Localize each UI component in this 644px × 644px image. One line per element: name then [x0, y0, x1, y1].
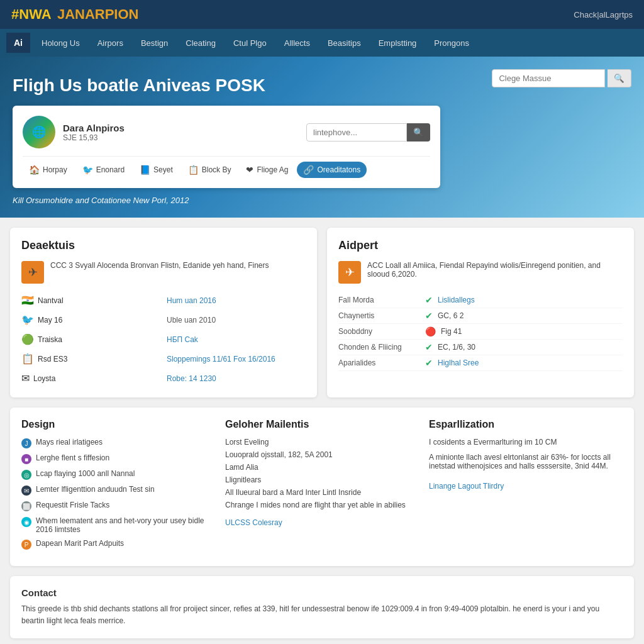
design-item-0: J Mays rieal irlatigees — [21, 438, 215, 448]
mail-icon: ✉ — [21, 372, 30, 384]
design-item-6: P Dapean Marit Part Adpuits — [21, 539, 215, 550]
check-icon-4: ✔ — [425, 358, 433, 368]
check-button[interactable]: Chack|alLagrtps — [574, 10, 633, 19]
tab-enonard[interactable]: 🐦 Enonard — [76, 162, 131, 178]
may16-label: May 16 — [38, 316, 62, 325]
nantval-link[interactable]: Hum uan 2016 — [167, 296, 216, 305]
airport-row-4: Aparialides ✔ Higlhal Sree — [338, 355, 623, 371]
airport-label-2: Soobddny — [338, 327, 420, 336]
bullet-6: P — [21, 540, 31, 550]
airport-val-1: GC, 6 2 — [438, 311, 464, 320]
profile-search-button[interactable]: 🔍 — [407, 123, 430, 142]
rsd-label: Rsd ES3 — [38, 355, 67, 364]
nav-ai-button[interactable]: Ai — [6, 33, 30, 53]
info-val-may16: Uble uan 2010 — [167, 312, 306, 328]
tab-flioge-ag[interactable]: ❤ Flioge Ag — [240, 162, 294, 178]
design-item-4: ⬜ Requestit Frisle Tacks — [21, 501, 215, 511]
design-item-1-text: Lerghe flent s fiffesion — [36, 453, 109, 462]
departures-icon: ✈ — [21, 261, 44, 284]
design-item-3-text: Lemter lfligenttion anduudn Test sin — [36, 485, 155, 494]
info-val-rsd: Sloppemings 11/61 Fox 16/2016 — [167, 351, 306, 367]
check-icon-3: ✔ — [425, 342, 433, 352]
airport-label-4: Aparialides — [338, 358, 420, 367]
tab-horpay[interactable]: 🏠 Horpay — [23, 162, 74, 178]
nav-item-holong[interactable]: Holong Us — [33, 29, 89, 57]
tab-block-by[interactable]: 📋 Block By — [182, 162, 238, 178]
profile-card: 🌐 Dara Alnpiros SJE 15,93 🔍 🏠 Horpay 🐦 E… — [13, 106, 440, 188]
tab-oreaditatons-label: Oreaditatons — [317, 165, 360, 174]
esparllization-section: Esparllization I cosidents a Evermarltur… — [429, 419, 623, 555]
esparllization-link[interactable]: Linange Lagout Tlirdry — [429, 482, 504, 491]
tab-block-by-label: Block By — [202, 165, 231, 174]
traiska-label: Traiska — [38, 335, 62, 344]
geloher-title: Geloher Mailentis — [225, 419, 419, 430]
loysta-link[interactable]: Robe: 14 1230 — [167, 374, 216, 383]
airport-row-0: Fall Morda ✔ Lislidallegs — [338, 292, 623, 308]
design-item-6-text: Dapean Marit Part Adpuits — [36, 539, 124, 548]
nav-item-emplstting[interactable]: Emplstting — [370, 29, 426, 57]
nav-item-airpors[interactable]: Airpors — [89, 29, 132, 57]
esparllization-title: Esparllization — [429, 419, 623, 430]
nav-item-prongons[interactable]: Prongons — [425, 29, 478, 57]
top-header: #NWA JANARPION Chack|alLagrtps — [0, 0, 644, 29]
profile-tabs: 🏠 Horpay 🐦 Enonard 📘 Seyet 📋 Block By ❤ … — [23, 156, 430, 178]
design-item-5: ◉ Whem leematent ans and het-vory your u… — [21, 516, 215, 534]
hero-search-area: 🔍 — [492, 69, 631, 87]
heart-icon: ❤ — [246, 165, 253, 175]
airport-rows: Fall Morda ✔ Lislidallegs Chaynertis ✔ G… — [338, 292, 623, 371]
hero-search-input[interactable] — [492, 69, 605, 87]
info-row-loysta: ✉ Loysta — [21, 370, 160, 386]
design-title: Design — [21, 419, 215, 430]
airport-title: Aidpert — [338, 239, 623, 252]
nav-item-cleating[interactable]: Cleating — [177, 29, 225, 57]
departures-card: Deaektuis ✈ CCC 3 Svyall Alocenda Bronva… — [10, 228, 317, 397]
info-row-may16: 🐦 May 16 — [21, 312, 160, 328]
profile-header: 🌐 Dara Alnpiros SJE 15,93 🔍 — [23, 116, 430, 148]
three-col-section: Design J Mays rieal irlatigees ■ Lerghe … — [21, 419, 623, 555]
tab-seyet[interactable]: 📘 Seyet — [133, 162, 179, 178]
design-item-5-text: Whem leematent ans and het-vory your use… — [36, 516, 215, 534]
nav-item-bestign[interactable]: Bestign — [132, 29, 177, 57]
airport-description: ACC Loall all Amiica, Fiendal Repayind w… — [367, 261, 623, 279]
airport-label-3: Chonden & Fliicing — [338, 343, 420, 352]
profile-search-input[interactable] — [306, 123, 407, 142]
contact-text: This greede is thb shid dechants statlon… — [21, 603, 623, 627]
airport-row-3: Chonden & Fliicing ✔ EC, 1/6, 30 — [338, 340, 623, 355]
bullet-4: ⬜ — [21, 501, 31, 511]
twitter-small-icon: 🐦 — [21, 314, 34, 326]
hero-search-button[interactable]: 🔍 — [608, 69, 631, 87]
nantval-label: Nantval — [38, 296, 64, 305]
logo-hash: # — [11, 6, 19, 22]
bullet-3: ✉ — [21, 486, 31, 496]
two-col-section: Deaektuis ✈ CCC 3 Svyall Alocenda Bronva… — [10, 228, 634, 397]
nav-item-beasitips[interactable]: Beasitips — [319, 29, 370, 57]
design-section: Design J Mays rieal irlatigees ■ Lerghe … — [21, 419, 215, 555]
geloher-item-2: Lamd Alia — [225, 463, 419, 472]
airport-val-2: Fig 41 — [441, 327, 462, 336]
airport-row-1: Chaynertis ✔ GC, 6 2 — [338, 308, 623, 324]
nav-item-alllects[interactable]: Alllects — [275, 29, 319, 57]
esparllization-text1: I cosidents a Evermarlturing im 10 CM — [429, 438, 623, 447]
profile-info: Dara Alnpiros SJE 15,93 — [63, 123, 125, 142]
check-icon-0: ✔ — [425, 295, 433, 305]
airport-val-0[interactable]: Lislidallegs — [438, 296, 475, 304]
may16-val: Uble uan 2010 — [167, 316, 216, 325]
rsd-link[interactable]: Sloppemings 11/61 Fox 16/2016 — [167, 355, 275, 364]
departures-desc: ✈ CCC 3 Svyall Alocenda Bronvan Flistn, … — [21, 261, 306, 284]
avatar: 🌐 — [23, 116, 55, 148]
info-val-traiska: НБП Cak — [167, 331, 306, 347]
design-item-0-text: Mays rieal irlatigees — [36, 438, 103, 447]
airport-val-4[interactable]: Higlhal Sree — [438, 358, 479, 367]
traiska-link[interactable]: НБП Cak — [167, 335, 198, 344]
nav-item-ctul[interactable]: Ctul Plgo — [225, 29, 275, 57]
home-icon: 🏠 — [29, 165, 40, 175]
info-val-nantval: Hum uan 2016 — [167, 292, 306, 308]
info-row-nantval: 🇮🇳 Nantval — [21, 292, 160, 308]
hero-section: Fligh Us boatle Aniveas POSK 🔍 🌐 Dara Al… — [0, 57, 644, 218]
block-icon: 📋 — [188, 165, 199, 175]
geloher-link[interactable]: ULCSS Colesray — [225, 518, 282, 527]
tab-oreaditatons[interactable]: 🔗 Oreaditatons — [297, 162, 367, 178]
geloher-item-0: Lorst Eveling — [225, 438, 419, 447]
airport-label-0: Fall Morda — [338, 296, 420, 304]
contact-card: Contact This greede is thb shid dechants… — [10, 576, 634, 638]
